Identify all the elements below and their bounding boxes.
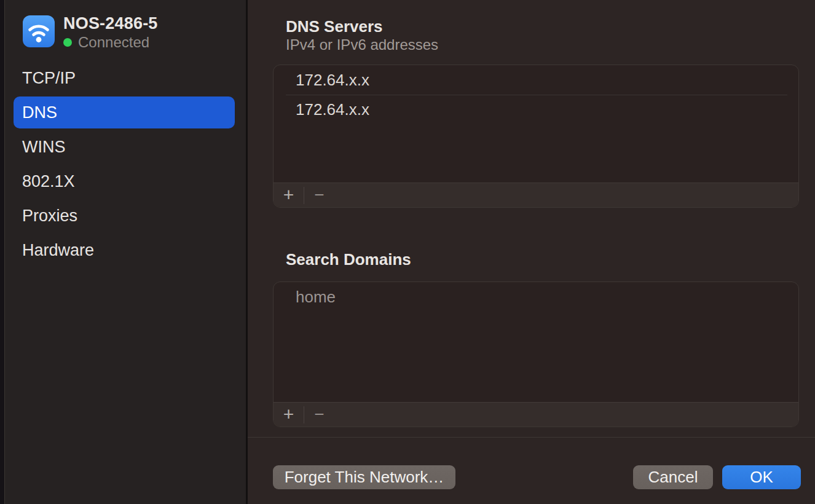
network-name: NOS-2486-5	[63, 14, 158, 33]
sidebar-item-wins[interactable]: WINS	[14, 131, 235, 163]
dns-server-entry[interactable]: 172.64.x.x	[274, 95, 798, 124]
ok-button[interactable]: OK	[722, 465, 801, 489]
dns-servers-title: DNS Servers	[286, 17, 383, 36]
sidebar-nav: TCP/IP DNS WINS 802.1X Proxies Hardware	[14, 62, 235, 269]
status-dot-icon	[63, 38, 72, 47]
sidebar-item-tcpip[interactable]: TCP/IP	[14, 62, 235, 94]
search-domain-entry[interactable]: home	[274, 282, 798, 312]
plus-icon: +	[283, 184, 294, 205]
minus-icon: −	[314, 185, 324, 204]
dns-servers-list: 172.64.x.x 172.64.x.x + −	[273, 65, 799, 208]
forget-network-button[interactable]: Forget This Network…	[273, 465, 455, 489]
network-status: Connected	[63, 36, 149, 49]
plus-icon: +	[283, 404, 294, 424]
dns-servers-toolbar: + −	[274, 183, 798, 207]
search-domains-toolbar: + −	[274, 402, 798, 427]
minus-icon: −	[314, 404, 324, 423]
dns-servers-subtitle: IPv4 or IPv6 addresses	[286, 37, 438, 53]
add-search-domain-button[interactable]: +	[274, 403, 304, 427]
cancel-button[interactable]: Cancel	[633, 465, 713, 489]
network-details-sheet: NOS-2486-5 Connected TCP/IP DNS WINS 802…	[0, 0, 815, 504]
network-status-label: Connected	[78, 34, 149, 51]
remove-search-domain-button[interactable]: −	[304, 403, 334, 427]
footer-divider	[248, 437, 815, 438]
dns-settings-panel: DNS Servers IPv4 or IPv6 addresses 172.6…	[248, 0, 815, 504]
search-domains-title: Search Domains	[286, 250, 411, 269]
sidebar-item-proxies[interactable]: Proxies	[14, 200, 235, 232]
sidebar-item-hardware[interactable]: Hardware	[14, 234, 235, 266]
remove-dns-server-button[interactable]: −	[304, 183, 334, 208]
dns-server-entry[interactable]: 172.64.x.x	[274, 65, 798, 95]
wifi-icon	[23, 15, 55, 47]
sidebar: NOS-2486-5 Connected TCP/IP DNS WINS 802…	[6, 0, 246, 504]
window-edge	[0, 0, 5, 504]
sidebar-item-dns[interactable]: DNS	[14, 96, 235, 128]
sidebar-item-8021x[interactable]: 802.1X	[14, 165, 235, 197]
search-domains-list: home + −	[273, 282, 799, 427]
add-dns-server-button[interactable]: +	[274, 183, 304, 208]
